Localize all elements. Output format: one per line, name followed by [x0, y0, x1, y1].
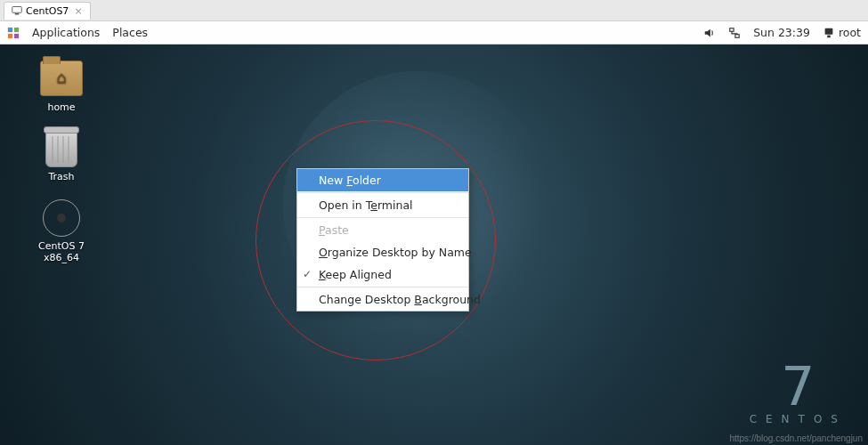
ctx-open-terminal[interactable]: Open in Terminal [297, 194, 468, 216]
clock[interactable]: Sun 23:39 [753, 26, 810, 39]
close-icon[interactable]: × [74, 5, 82, 17]
check-icon: ✓ [303, 268, 312, 280]
desktop-icon-disc[interactable]: CentOS 7 x86_64 [21, 199, 101, 263]
vm-tab-label: CentOS7 [26, 5, 69, 17]
top-bar-left: Applications Places [7, 26, 148, 39]
ctx-paste: Paste [297, 219, 468, 241]
ctx-accel: P [319, 223, 325, 237]
vm-tab-strip: CentOS7 × [0, 0, 868, 21]
svg-rect-2 [8, 27, 12, 31]
ctx-keep-aligned[interactable]: ✓ Keep Aligned [297, 263, 468, 286]
ctx-accel: B [414, 293, 422, 306]
applications-menu[interactable]: Applications [32, 26, 100, 39]
ctx-text: ackground [422, 293, 481, 306]
svg-rect-0 [12, 7, 22, 13]
svg-rect-7 [735, 34, 739, 37]
top-bar-right: Sun 23:39 root [703, 26, 861, 39]
desktop-icon-label: CentOS 7 x86_64 [21, 240, 101, 263]
ctx-text: rganize Desktop by Name [328, 246, 472, 259]
svg-rect-4 [8, 33, 12, 37]
svg-rect-6 [730, 28, 734, 31]
ctx-text: Change Desktop [319, 293, 414, 306]
svg-rect-1 [15, 13, 20, 15]
ctx-text: New [319, 174, 346, 187]
user-name: root [839, 26, 861, 39]
ctx-separator [297, 217, 468, 218]
network-icon[interactable] [728, 27, 741, 39]
vm-monitor-icon [12, 5, 22, 16]
user-menu[interactable]: root [823, 26, 861, 39]
ctx-change-background[interactable]: Change Desktop Background [297, 288, 468, 311]
ctx-new-folder[interactable]: New Folder [297, 169, 468, 191]
ctx-text: eep Aligned [326, 268, 392, 281]
trash-icon [40, 130, 83, 167]
desktop-icon-trash[interactable]: Trash [21, 130, 101, 182]
ctx-organize-by-name[interactable]: Organize Desktop by Name [297, 241, 468, 263]
ctx-accel: K [319, 268, 326, 281]
centos-seven: 7 [750, 360, 847, 413]
ctx-separator [297, 287, 468, 287]
gnome-top-bar: Applications Places Sun 23:39 root [0, 21, 868, 44]
centos-name: CENTOS [750, 413, 847, 425]
user-icon [823, 27, 835, 39]
ctx-text: aste [325, 223, 349, 237]
watermark: https://blog.csdn.net/panchengjun [729, 433, 863, 443]
volume-icon[interactable] [703, 27, 716, 39]
desktop[interactable]: ⌂ home Trash CentOS 7 x86_64 New Folder … [0, 44, 868, 445]
desktop-icon-home[interactable]: ⌂ home [21, 61, 101, 113]
ctx-text: Open in T [319, 198, 370, 212]
ctx-accel: F [346, 174, 353, 187]
disc-icon [40, 199, 83, 237]
desktop-icon-label: home [21, 101, 101, 113]
places-menu[interactable]: Places [112, 26, 148, 39]
svg-rect-8 [825, 28, 833, 34]
ctx-separator [297, 192, 468, 193]
ctx-text: rminal [377, 198, 413, 212]
svg-rect-9 [827, 35, 831, 37]
ctx-text: older [353, 174, 381, 187]
vm-tab[interactable]: CentOS7 × [4, 2, 91, 20]
activities-icon[interactable] [7, 27, 20, 39]
svg-rect-5 [14, 33, 19, 37]
svg-rect-3 [14, 27, 19, 31]
ctx-accel: e [370, 198, 377, 212]
ctx-accel: O [319, 246, 328, 259]
folder-home-icon: ⌂ [40, 61, 83, 98]
desktop-icon-label: Trash [21, 171, 101, 182]
desktop-context-menu: New Folder Open in Terminal Paste Organi… [296, 168, 469, 312]
centos-brand: 7 CENTOS [750, 360, 847, 425]
